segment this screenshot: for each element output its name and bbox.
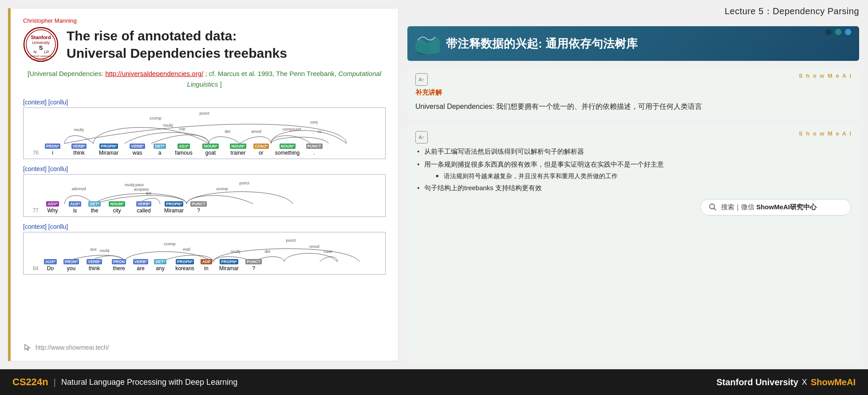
dot-dark <box>825 29 832 35</box>
section-header: 带注释数据的兴起: 通用依存句法树库 <box>407 26 859 61</box>
tag-adv-1: ADV* <box>46 201 59 207</box>
tag-propn-4: PROPN* <box>220 259 238 264</box>
svg-text:LP: LP <box>44 50 49 54</box>
svg-text:nsubj: nsubj <box>163 123 173 128</box>
context-label-2: [context] [conllu] <box>23 165 386 172</box>
tag-noun-4: NOUN* <box>109 201 125 207</box>
slide-footer: http://www.showmeai.tech/ <box>23 339 386 352</box>
footer-url: http://www.showmeai.tech/ <box>36 344 109 351</box>
svg-text:nsubj: nsubj <box>100 248 110 253</box>
svg-text:ccomp: ccomp <box>150 116 162 120</box>
tag-adp-1: ADP <box>201 259 212 264</box>
bullet-item-3: 句子结构上的treebanks 支持结构更有效 <box>415 183 851 194</box>
svg-line-36 <box>714 208 716 211</box>
search-icon <box>709 203 717 211</box>
x-separator: X <box>802 378 807 387</box>
comment-card-2: A↑ S h o w M e A I 从前手工编写语法然后训练得到可以解析句子的… <box>407 125 859 364</box>
showmeai-badge-1: S h o w M e A I <box>799 72 852 79</box>
slide-title: The rise of annotated data: Universal De… <box>67 27 287 62</box>
svg-point-35 <box>710 204 714 209</box>
svg-text:punct: punct <box>286 238 296 243</box>
search-text: 搜索｜微信 ShowMeAI研究中心 <box>721 203 817 211</box>
svg-text:Stanford: Stanford <box>31 35 51 40</box>
bullet-item-1: 从前手工编写语法然后训练得到可以解析句子的解析器 <box>415 146 851 157</box>
sub-bullet-item-1: 语法规则符号越来越复杂，并且没有共享和重用人类所做的工作 <box>435 171 851 181</box>
comment-card-1: A↑ S h o w M e A I 补充讲解 Universal Depend… <box>407 67 859 119</box>
separator: | <box>54 377 56 387</box>
tag-noun-3: NOUN* <box>280 144 296 149</box>
svg-text:cop: cop <box>179 127 185 131</box>
tag-propn-2: PROPN* <box>165 201 183 207</box>
tag-punct-2: PUNCT <box>190 201 207 207</box>
slide-author: Christopher Manning <box>23 17 386 24</box>
dep-box-3: aux nsubj ccomp expl nsubj det <box>23 232 386 275</box>
slide-references: [Universal Dependencies: http://universa… <box>23 68 386 90</box>
tag-verb-2: VERB* <box>130 144 145 149</box>
svg-text:S: S <box>39 44 43 51</box>
svg-text:aux: aux <box>90 247 97 251</box>
tag-verb-3: VERB* <box>136 201 152 207</box>
ai-icon-2: A↑ <box>415 131 428 144</box>
tag-aux-2: AUX* <box>44 259 57 264</box>
ai-icon-1: A↑ <box>415 73 428 86</box>
tag-adj-1: ADJ* <box>178 144 190 149</box>
dot-blue <box>845 29 851 35</box>
tag-punct-1: PUNCT <box>306 144 323 149</box>
svg-text:ccomp: ccomp <box>164 242 176 246</box>
svg-text:nsubj:pass: nsubj:pass <box>125 183 144 187</box>
search-bar[interactable]: 搜索｜微信 ShowMeAI研究中心 <box>700 199 851 215</box>
tag-verb-5: VERB* <box>133 259 149 264</box>
dot-teal <box>835 29 841 35</box>
right-panel: Lecture 5：Dependency Parsing 带注释数据的兴起: 通… <box>398 0 868 369</box>
svg-text:advmod: advmod <box>71 187 86 191</box>
svg-text:conj: conj <box>310 120 318 124</box>
dep-box-1: punct ccomp nsubj cop det amod <box>23 108 386 159</box>
tag-pron-3: PRON <box>112 259 126 264</box>
search-bold: ShowMeAI研究中心 <box>756 203 817 211</box>
showmeai-text: ShowMeAI <box>811 377 856 387</box>
main-content: Christopher Manning Stanford University … <box>0 0 868 369</box>
supplement-label: 补充讲解 <box>415 88 851 97</box>
tag-conj-1: CONJ* <box>253 144 269 149</box>
tag-pron-2: PRON* <box>63 259 79 264</box>
stanford-text: Stanford University <box>716 377 798 387</box>
ud-link[interactable]: http://universaldependencies.org/ <box>105 70 203 77</box>
svg-text:det: det <box>264 249 270 254</box>
context-label-3: [context] [conllu] <box>23 223 386 230</box>
svg-text:det: det <box>146 191 151 196</box>
tag-verb-4: VERB* <box>87 259 102 264</box>
svg-text:nmod: nmod <box>309 244 320 249</box>
svg-text:punct: punct <box>239 181 249 185</box>
svg-text:N: N <box>34 50 37 54</box>
section-title-cn: 带注释数据的兴起: 通用依存句法树库 <box>446 36 638 52</box>
bottom-left: CS224n | Natural Language Processing wit… <box>12 376 237 388</box>
bullet-item-2: 用一条规则捕捉很多东西真的很有效率，但是事实证明这在实践中不是一个好主意 语法规… <box>415 159 851 181</box>
svg-text:Processing: Processing <box>34 58 47 60</box>
slide-panel: Christopher Manning Stanford University … <box>8 8 398 361</box>
svg-text:Natural Language: Natural Language <box>30 55 51 57</box>
tag-noun-1: NOUN* <box>202 144 218 149</box>
bottom-bar: CS224n | Natural Language Processing wit… <box>0 369 868 395</box>
svg-text:cc: cc <box>318 129 322 134</box>
tag-pron-1: PRON* <box>45 144 61 149</box>
svg-text:det: det <box>225 129 230 134</box>
bullet-list: 从前手工编写语法然后训练得到可以解析句子的解析器 用一条规则捕捉很多东西真的很有… <box>415 146 851 194</box>
bottom-right: Stanford University X ShowMeAI <box>716 377 856 387</box>
tag-det-1: DET* <box>154 144 166 149</box>
svg-text:amod: amod <box>251 129 261 134</box>
stanford-logo: Stanford University S N LP Natural Langu… <box>23 27 59 62</box>
sub-bullet-list: 语法规则符号越来越复杂，并且没有共享和重用人类所做的工作 <box>424 171 851 181</box>
svg-text:xcomp: xcomp <box>216 187 228 191</box>
slide-header: Stanford University S N LP Natural Langu… <box>23 27 386 62</box>
tag-punct-3: PUNCT <box>245 259 262 264</box>
tag-propn-1: PROPN* <box>99 144 118 149</box>
svg-text:compound: compound <box>282 127 301 132</box>
comment1-text: Universal Dependencies: 我们想要拥有一个统一的、并行的依… <box>415 100 851 112</box>
tag-det-3: DET* <box>154 259 166 264</box>
course-code: CS224n <box>12 376 48 388</box>
svg-text:punct: punct <box>199 111 209 116</box>
tag-det-2: DET* <box>88 201 101 207</box>
showmeai-badge-2: S h o w M e A I <box>799 130 852 137</box>
lecture-title: Lecture 5：Dependency Parsing <box>407 5 859 20</box>
wave-icon <box>415 32 440 55</box>
